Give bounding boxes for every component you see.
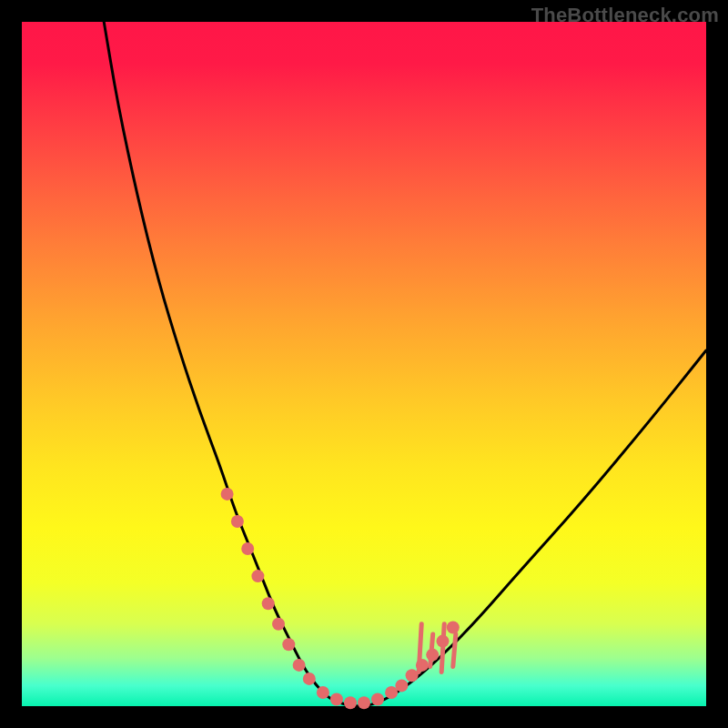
flame-spike [453,634,456,666]
marker-dot [221,488,234,500]
marker-dot [344,696,357,709]
watermark-text: TheBottleneck.com [531,4,719,27]
marker-dot [282,638,295,651]
marker-dot [395,679,408,692]
marker-dot [371,693,384,706]
marker-dot [293,659,306,672]
flame-spike [419,624,421,672]
curve-path [104,22,706,706]
marker-dot [447,622,460,634]
marker-dot [251,570,264,582]
marker-dot [262,597,275,610]
marker-dot [406,669,419,682]
flame-spike [441,624,444,672]
chart-svg [22,22,706,706]
plot-area [22,22,706,706]
marker-dot [358,696,370,709]
marker-group [221,488,460,709]
outer-frame: TheBottleneck.com [0,0,728,728]
flame-spike [430,634,433,666]
marker-dot [272,618,285,631]
marker-dot [303,672,316,685]
marker-dot [330,693,343,706]
marker-dot [317,686,329,699]
marker-dot [241,542,254,555]
marker-dot [231,515,244,528]
